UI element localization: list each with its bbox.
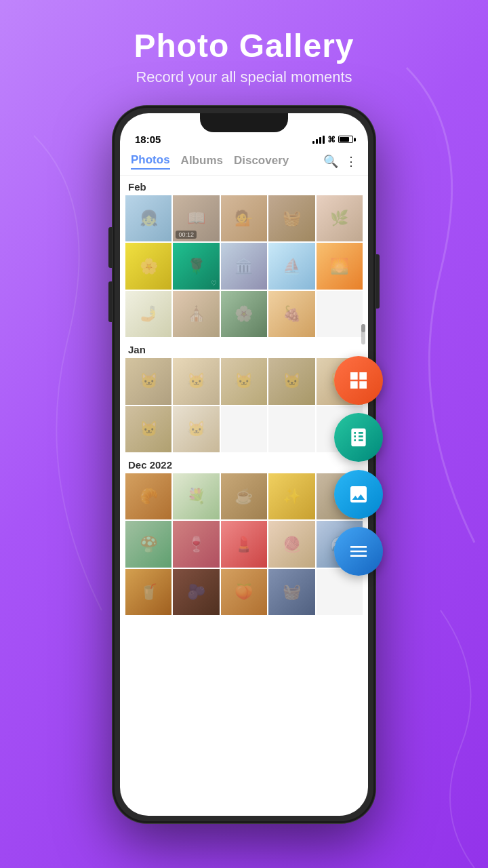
app-title: Photo Gallery (0, 27, 488, 64)
photo-feb-10[interactable]: 🌅 (317, 243, 363, 289)
photo-dec-4[interactable]: ✨ (268, 473, 314, 519)
photo-dec-9[interactable]: 🧶 (268, 521, 314, 567)
scroll-indicator[interactable] (361, 324, 365, 344)
photo-feb-2[interactable]: 📖 00:12 (173, 195, 219, 241)
photo-dec-3[interactable]: ☕ (221, 473, 267, 519)
search-icon[interactable]: 🔍 (323, 154, 338, 169)
tab-discovery[interactable]: Discovery (234, 154, 289, 169)
photo-dec-7[interactable]: 🍷 (173, 521, 219, 567)
battery-icon (338, 136, 353, 143)
photo-jan-1[interactable]: 🐱 (125, 358, 171, 404)
dec-grid-row-3: 🥤 🫐 🍑 🧺 (125, 569, 363, 615)
photo-feb-12[interactable]: ⛪ (173, 291, 219, 337)
photo-jan-6[interactable]: 🐱 (125, 406, 171, 452)
section-feb: Feb (125, 176, 363, 195)
photo-feb-15-empty (317, 291, 363, 337)
photo-dec-8[interactable]: 💄 (221, 521, 267, 567)
photo-feb-13[interactable]: 🌸 (221, 291, 267, 337)
photo-feb-3[interactable]: 💁 (221, 195, 267, 241)
photo-jan-4[interactable]: 🐱 (268, 358, 314, 404)
photo-dec-11[interactable]: 🥤 (125, 569, 171, 615)
photo-feb-9[interactable]: ⛵ (268, 243, 314, 289)
more-options-icon[interactable]: ⋮ (345, 154, 357, 169)
wifi-icon: ⌘ (327, 135, 336, 144)
photo-dec-12[interactable]: 🫐 (173, 569, 219, 615)
photo-feb-5[interactable]: 🌿 (317, 195, 363, 241)
feb-grid-row-3: 🤳 ⛪ 🌸 🍇 (125, 291, 363, 337)
photo-view-button[interactable] (334, 470, 383, 519)
dec-grid-row-2: 🍄 🍷 💄 🧶 🌊 (125, 521, 363, 567)
photo-feb-8[interactable]: 🏛️ (221, 243, 267, 289)
photo-scroll-content[interactable]: Feb 👧 📖 00:12 💁 🧺 🌿 🌸 (120, 176, 368, 816)
tab-albums[interactable]: Albums (181, 154, 223, 169)
photo-dec-15-empty (317, 569, 363, 615)
nav-tabs: Photos Albums Discovery 🔍 ⋮ (120, 151, 368, 176)
photo-dec-2[interactable]: 💐 (173, 473, 219, 519)
photo-dec-14[interactable]: 🧺 (268, 569, 314, 615)
jan-grid-row-2: 🐱 🐱 (125, 406, 363, 452)
power-button[interactable] (376, 254, 380, 309)
phone-notch (200, 113, 288, 132)
svg-rect-0 (358, 431, 359, 444)
photo-feb-1[interactable]: 👧 (125, 195, 171, 241)
status-time: 18:05 (135, 134, 161, 145)
feb-grid-row-2: 🌸 🌹 ♡ 🏛️ ⛵ 🌅 (125, 243, 363, 289)
heart-badge: ♡ (211, 279, 217, 287)
book-view-button[interactable] (334, 413, 383, 462)
app-subtitle: Record your all special moments (0, 68, 488, 86)
photo-dec-6[interactable]: 🍄 (125, 521, 171, 567)
fab-container (334, 356, 383, 576)
grid-view-button[interactable] (334, 356, 383, 405)
photo-feb-4[interactable]: 🧺 (268, 195, 314, 241)
photo-feb-14[interactable]: 🍇 (268, 291, 314, 337)
photo-feb-11[interactable]: 🤳 (125, 291, 171, 337)
status-icons: ⌘ (312, 135, 353, 144)
feb-grid-row-1: 👧 📖 00:12 💁 🧺 🌿 (125, 195, 363, 241)
video-duration-badge: 00:12 (176, 231, 197, 239)
photo-jan-2[interactable]: 🐱 (173, 358, 219, 404)
photo-dec-13[interactable]: 🍑 (221, 569, 267, 615)
photo-jan-7[interactable]: 🐱 (173, 406, 219, 452)
photo-jan-8-empty (221, 406, 267, 452)
photo-feb-6[interactable]: 🌸 (125, 243, 171, 289)
photo-dec-1[interactable]: 🥐 (125, 473, 171, 519)
photo-jan-9-empty (268, 406, 314, 452)
section-dec-2022: Dec 2022 (125, 454, 363, 473)
list-view-button[interactable] (334, 527, 383, 576)
tab-photos[interactable]: Photos (131, 153, 170, 170)
signal-icon (312, 136, 325, 144)
jan-grid-row-1: 🐱 🐱 🐱 🐱 🐱 (125, 358, 363, 404)
section-jan: Jan (125, 338, 363, 358)
dec-grid-row-1: 🥐 💐 ☕ ✨ 🪞 (125, 473, 363, 519)
svg-rect-1 (351, 500, 365, 502)
photo-jan-3[interactable]: 🐱 (221, 358, 267, 404)
photo-feb-7[interactable]: 🌹 ♡ (173, 243, 219, 289)
